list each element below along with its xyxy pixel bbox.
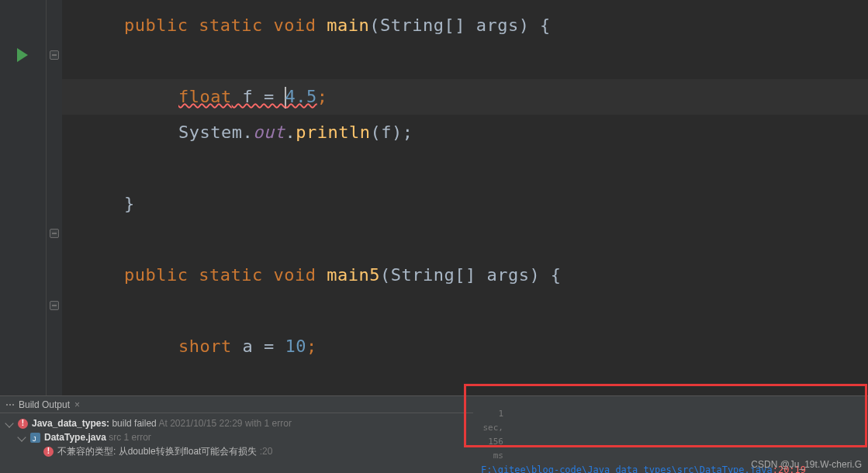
semicolon: ; xyxy=(317,87,328,106)
params: (String[] xyxy=(380,265,486,285)
brace: } xyxy=(124,194,135,213)
class-ref: System xyxy=(178,123,242,142)
code-content[interactable]: public static void main(String[] args) {… xyxy=(62,0,868,395)
params: (String[] xyxy=(369,16,475,35)
code-line[interactable] xyxy=(62,222,868,257)
keyword: static xyxy=(199,265,262,285)
module-name: Java_data_types: xyxy=(32,418,109,429)
fold-marker-icon[interactable] xyxy=(50,229,59,238)
keyword: public xyxy=(124,16,188,35)
call-args: (f); xyxy=(370,123,413,142)
number-literal: 4.5 xyxy=(285,87,316,106)
code-editor[interactable]: public static void main(String[] args) {… xyxy=(0,0,868,395)
keyword: public xyxy=(124,265,188,285)
build-timing: 1 sec, 156 ms xyxy=(481,401,860,463)
run-icon[interactable] xyxy=(17,48,28,62)
static-field: out xyxy=(253,123,285,142)
keyword: void xyxy=(273,265,316,285)
tree-file[interactable]: DataType.java src 1 error xyxy=(6,430,467,444)
method-name: main xyxy=(327,16,369,35)
tree-error[interactable]: ! 不兼容的类型: 从double转换到float可能会有损失 :20 xyxy=(6,444,467,458)
param-name: args xyxy=(486,265,529,285)
code-line[interactable] xyxy=(62,43,868,79)
var-decl: a = xyxy=(232,337,285,356)
chevron-down-icon[interactable] xyxy=(17,433,26,441)
fold-marker-icon[interactable] xyxy=(50,50,59,60)
code-line[interactable] xyxy=(62,150,868,186)
code-line[interactable]: short a = 10; xyxy=(62,329,868,364)
params: ) { xyxy=(529,265,561,285)
chevron-down-icon[interactable] xyxy=(5,419,13,427)
type-keyword: short xyxy=(178,337,232,356)
semicolon: ; xyxy=(306,337,317,356)
file-status: src 1 error xyxy=(106,432,151,443)
build-time: At 2021/10/15 22:29 with 1 error xyxy=(157,418,292,429)
param-name: args xyxy=(476,16,519,35)
error-icon: ! xyxy=(18,419,28,429)
method-call: println xyxy=(296,123,370,142)
keyword: static xyxy=(199,16,262,35)
code-line[interactable]: System.out.println(f); xyxy=(62,115,868,150)
code-line[interactable] xyxy=(62,293,868,329)
build-tree[interactable]: ! Java_data_types: build failed At 2021/… xyxy=(0,413,473,461)
drag-handle-icon[interactable] xyxy=(6,404,14,406)
panel-tab[interactable]: Build Output × xyxy=(0,396,473,413)
number-literal: 10 xyxy=(285,337,306,356)
editor-gutter xyxy=(0,0,47,395)
error-message: 不兼容的类型: 从double转换到float可能会有损失 xyxy=(57,446,257,457)
build-output-panel: Build Output × ! Java_data_types: build … xyxy=(0,395,868,473)
tab-label: Build Output xyxy=(19,399,70,410)
build-status: build failed xyxy=(109,418,157,429)
keyword: void xyxy=(273,16,316,35)
close-icon[interactable]: × xyxy=(74,399,80,410)
fold-region xyxy=(47,0,62,395)
file-link[interactable]: F:\gitee\blog-code\Java_data_types\src\D… xyxy=(481,464,773,473)
code-line[interactable]: } xyxy=(62,186,868,222)
code-line[interactable]: public static void main5(String[] args) … xyxy=(62,257,868,293)
method-name: main5 xyxy=(327,265,380,285)
build-tree-panel: Build Output × ! Java_data_types: build … xyxy=(0,396,473,473)
code-line[interactable]: public static void main(String[] args) { xyxy=(62,8,868,43)
watermark: CSDN @Ju_19t.W-cheri.G xyxy=(751,459,862,470)
type-keyword: float xyxy=(178,87,232,106)
java-file-icon xyxy=(30,433,40,443)
error-icon: ! xyxy=(43,447,54,457)
params: ) { xyxy=(519,16,551,35)
code-line[interactable]: float f = 4.5; xyxy=(62,79,868,115)
fold-marker-icon[interactable] xyxy=(50,301,59,310)
error-line: :20 xyxy=(257,446,272,457)
tree-root[interactable]: ! Java_data_types: build failed At 2021/… xyxy=(6,416,467,430)
var-decl: f = xyxy=(232,87,285,106)
file-name: DataType.java xyxy=(44,432,106,443)
